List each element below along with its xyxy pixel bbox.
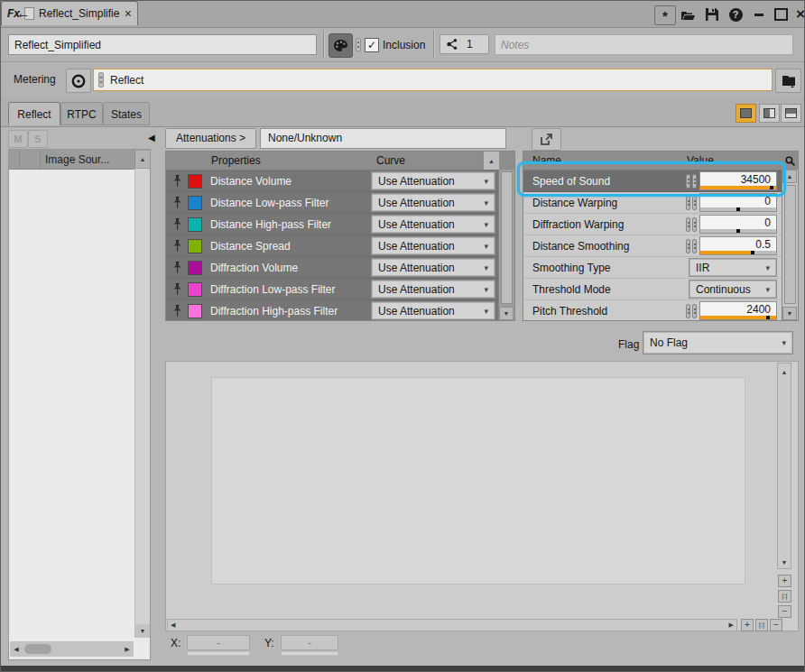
slider-marker[interactable]	[736, 229, 740, 233]
link-indicator-icon[interactable]	[356, 38, 361, 51]
curve-dropdown[interactable]: Use Attenuation▾	[372, 259, 495, 276]
forward-button[interactable]: →	[37, 5, 57, 23]
view-mode-split-horizontal-button[interactable]	[781, 104, 801, 123]
threshold-mode-dropdown[interactable]: Continuous▾	[689, 281, 776, 298]
vscroll-thumb[interactable]	[501, 171, 513, 304]
scroll-right-icon[interactable]: ▶	[729, 621, 736, 629]
image-sources-column-header[interactable]: Image Sour...	[41, 153, 134, 166]
maximize-button[interactable]	[771, 5, 791, 23]
param-value-field[interactable]: 0	[699, 193, 777, 212]
properties-column-header[interactable]: Properties	[211, 154, 376, 167]
open-in-editor-button[interactable]	[532, 128, 561, 151]
scroll-left-icon[interactable]: ◀	[168, 621, 175, 629]
rtpc-link-icon[interactable]	[686, 217, 697, 232]
param-row-pitch-threshold[interactable]: Pitch Threshold 2400	[523, 300, 798, 321]
object-name-input[interactable]	[8, 34, 317, 55]
reflections-graph-area[interactable]: ▲ ▼ + |:| − ◀ ▶ + |:| −	[165, 361, 799, 631]
pin-icon[interactable]	[166, 262, 188, 273]
vscroll-thumb[interactable]	[784, 185, 796, 304]
view-mode-split-vertical-button[interactable]	[759, 104, 780, 123]
scroll-up-icon[interactable]: ▲	[134, 151, 150, 168]
pin-icon[interactable]	[166, 197, 188, 208]
slider-track[interactable]	[700, 186, 776, 189]
back-button[interactable]: ←	[14, 5, 33, 23]
save-icon[interactable]	[702, 5, 722, 23]
curve-dropdown[interactable]: Use Attenuation▾	[372, 216, 495, 233]
graph-plot-region[interactable]	[211, 377, 745, 585]
properties-vscrollbar[interactable]: ▼	[498, 170, 514, 320]
metering-target-field[interactable]: Reflect	[93, 69, 773, 91]
attenuations-button[interactable]: Attenuations >	[165, 128, 256, 149]
zoom-out-vertical-button[interactable]: −	[778, 605, 791, 618]
scroll-up-icon[interactable]: ▲	[782, 170, 797, 183]
scroll-up-button[interactable]: ▲	[483, 152, 499, 170]
curve-dropdown[interactable]: Use Attenuation▾	[372, 194, 495, 211]
open-folder-icon[interactable]	[678, 5, 698, 23]
tab-rtpc[interactable]: RTPC	[60, 102, 103, 125]
scroll-up-icon[interactable]: ▲	[779, 364, 790, 377]
pin-window-button[interactable]: *	[654, 5, 676, 25]
param-row-distance-smoothing[interactable]: Distance Smoothing 0.5	[523, 235, 798, 257]
smoothing-type-dropdown[interactable]: IIR▾	[689, 259, 776, 276]
color-palette-button[interactable]	[328, 33, 353, 58]
scroll-right-icon[interactable]: ▶	[121, 641, 134, 657]
param-value-field[interactable]: 34500	[699, 171, 777, 190]
param-row-distance-warping[interactable]: Distance Warping 0	[523, 192, 798, 214]
curve-dropdown[interactable]: Use Attenuation▾	[372, 237, 495, 254]
pin-icon[interactable]	[166, 283, 188, 295]
pin-icon[interactable]	[166, 305, 188, 317]
param-value-field[interactable]: 2400	[699, 301, 777, 320]
curve-dropdown[interactable]: Use Attenuation▾	[372, 281, 495, 298]
param-row-smoothing-type[interactable]: Smoothing Type IIR▾	[523, 257, 798, 279]
scroll-down-icon[interactable]: ▼	[499, 307, 514, 320]
slider-track[interactable]	[700, 316, 776, 319]
zoom-in-vertical-button[interactable]: +	[778, 575, 791, 587]
y-coordinate-field[interactable]: -	[281, 635, 338, 650]
scroll-down-icon[interactable]: ▼	[779, 555, 790, 567]
fit-vertical-button[interactable]: |:|	[778, 590, 791, 603]
slider-marker[interactable]	[770, 186, 773, 189]
solo-button[interactable]: S	[28, 130, 48, 148]
image-sources-hscrollbar[interactable]: ◀ ▶	[10, 641, 134, 657]
tab-reflect[interactable]: Reflect	[8, 102, 60, 125]
graph-hscrollbar[interactable]: ◀ ▶	[167, 619, 737, 631]
param-value-field[interactable]: 0	[699, 215, 777, 234]
rtpc-link-icon[interactable]	[686, 196, 697, 210]
rtpc-link-icon[interactable]	[686, 174, 697, 189]
slider-marker[interactable]	[766, 316, 770, 319]
slider-track[interactable]	[700, 229, 776, 233]
slider-track[interactable]	[700, 251, 776, 254]
name-column-header[interactable]: Name	[523, 154, 687, 167]
graph-vscrollbar[interactable]: ▲ ▼	[777, 363, 791, 569]
close-window-button[interactable]: ×	[791, 5, 805, 23]
value-column-header[interactable]: Value	[687, 154, 782, 167]
tab-states[interactable]: States	[103, 102, 150, 125]
param-row-threshold-mode[interactable]: Threshold Mode Continuous▾	[523, 279, 798, 300]
pin-icon[interactable]	[166, 218, 188, 230]
browse-folder-button[interactable]	[775, 69, 801, 93]
scroll-down-icon[interactable]: ▼	[782, 307, 797, 320]
attenuation-name-field[interactable]: None/Unknown	[260, 128, 506, 149]
curve-dropdown[interactable]: Use Attenuation▾	[372, 172, 495, 189]
slider-marker[interactable]	[736, 207, 740, 211]
param-row-speed-of-sound[interactable]: Speed of Sound 34500	[523, 170, 798, 192]
metering-settings-button[interactable]	[66, 69, 91, 93]
scroll-left-icon[interactable]: ◀	[10, 641, 23, 657]
sharesets-button[interactable]: 1	[440, 34, 489, 54]
zoom-out-horizontal-button[interactable]: −	[770, 619, 782, 631]
params-vscrollbar[interactable]: ▲ ▼	[782, 170, 798, 320]
flag-dropdown[interactable]: No Flag▾	[643, 332, 792, 354]
view-mode-single-button[interactable]	[736, 104, 756, 123]
image-sources-vscrollbar[interactable]	[134, 169, 150, 638]
mute-button[interactable]: M	[8, 130, 28, 148]
fit-horizontal-button[interactable]: |:|	[755, 619, 768, 631]
rtpc-link-icon[interactable]	[686, 304, 697, 318]
slider-track[interactable]	[700, 207, 776, 211]
x-coordinate-field[interactable]: -	[187, 635, 250, 650]
pin-icon[interactable]	[166, 175, 188, 187]
tab-close-icon[interactable]: ×	[125, 7, 132, 20]
pin-icon[interactable]	[166, 240, 188, 252]
minimize-button[interactable]	[749, 5, 769, 23]
search-button[interactable]	[782, 156, 798, 166]
zoom-in-horizontal-button[interactable]: +	[741, 619, 754, 631]
